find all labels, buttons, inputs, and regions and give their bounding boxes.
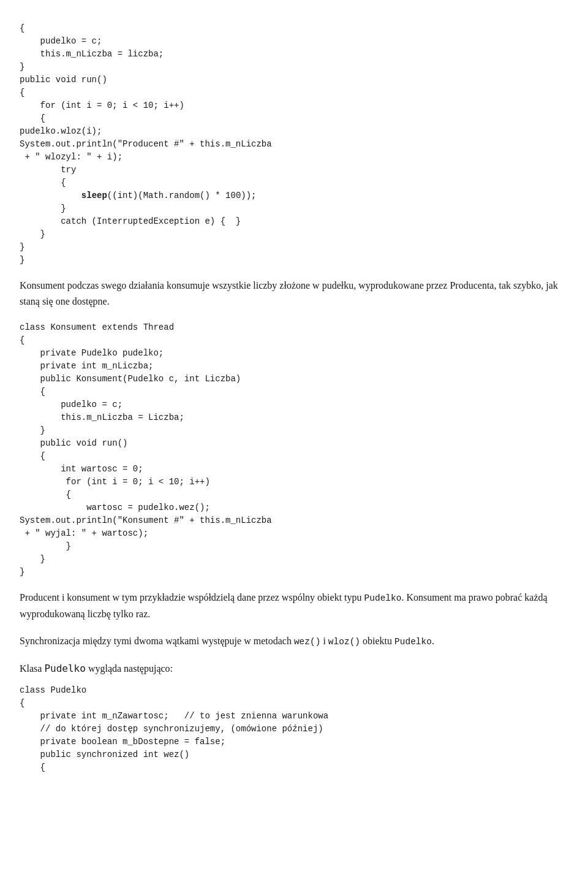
- prose-text-3c: i: [323, 636, 325, 646]
- prose-text-1: Konsument podczas swego działania konsum…: [20, 280, 558, 306]
- inline-code-wloz: wloz(): [328, 637, 360, 647]
- inline-code-pudelko-2: Pudelko: [394, 637, 432, 647]
- prose-paragraph-1: Konsument podczas swego działania konsum…: [20, 278, 568, 310]
- prose-paragraph-4: Klasa Pudelko wygląda następująco:: [20, 661, 568, 677]
- prose-text-3e: obiektu: [363, 636, 392, 646]
- prose-text-3a: Synchronizacja między tymi dwoma wątkami…: [20, 636, 292, 646]
- page-content: { pudelko = c; this.m_nLiczba = liczba; …: [20, 22, 568, 774]
- prose-text-4a: Klasa: [20, 663, 42, 674]
- inline-code-pudelko-1: Pudelko: [364, 593, 402, 603]
- prose-paragraph-2: Producent i konsument w tym przykładzie …: [20, 590, 568, 622]
- prose-text-3f: .: [432, 636, 434, 646]
- code-block-3: class Pudelko { private int m_nZawartosc…: [20, 684, 568, 774]
- code-line-3: class Pudelko { private int m_nZawartosc…: [20, 685, 328, 772]
- inline-code-pudelko-3: Pudelko: [44, 663, 85, 674]
- code-block-2: class Konsument extends Thread { private…: [20, 321, 568, 579]
- prose-text-4c: wygląda następująco:: [88, 663, 173, 674]
- code-block-1: { pudelko = c; this.m_nLiczba = liczba; …: [20, 22, 568, 267]
- prose-paragraph-3: Synchronizacja między tymi dwoma wątkami…: [20, 633, 568, 650]
- code-line-2: class Konsument extends Thread { private…: [20, 322, 272, 577]
- code-line: { pudelko = c; this.m_nLiczba = liczba; …: [20, 23, 272, 265]
- inline-code-wez: wez(): [294, 637, 321, 647]
- prose-text-2a: Producent i konsument w tym przykładzie …: [20, 592, 362, 603]
